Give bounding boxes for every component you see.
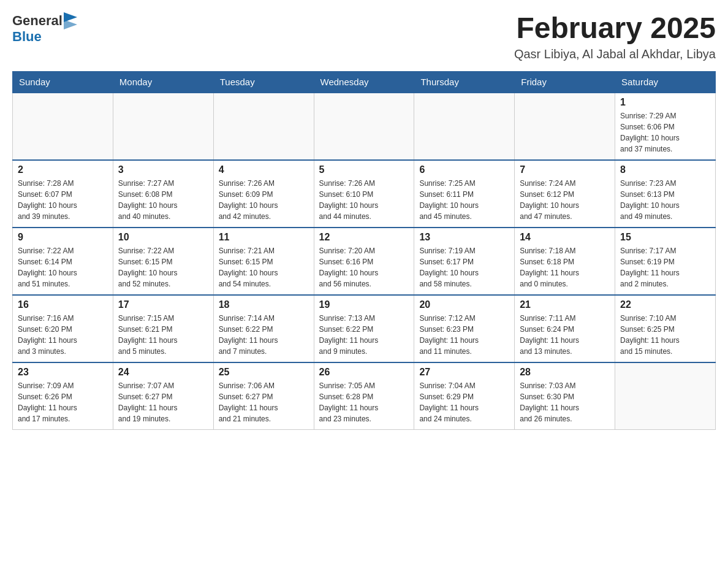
calendar-cell: 10Sunrise: 7:22 AM Sunset: 6:15 PM Dayli… — [113, 228, 213, 295]
day-info: Sunrise: 7:20 AM Sunset: 6:16 PM Dayligh… — [319, 245, 409, 289]
calendar-cell: 1Sunrise: 7:29 AM Sunset: 6:06 PM Daylig… — [615, 93, 716, 160]
day-info: Sunrise: 7:10 AM Sunset: 6:25 PM Dayligh… — [620, 313, 710, 357]
calendar-header-saturday: Saturday — [615, 71, 716, 93]
calendar-cell: 14Sunrise: 7:18 AM Sunset: 6:18 PM Dayli… — [515, 228, 615, 295]
day-number: 23 — [18, 367, 108, 378]
calendar-cell: 19Sunrise: 7:13 AM Sunset: 6:22 PM Dayli… — [314, 295, 414, 362]
calendar-cell: 21Sunrise: 7:11 AM Sunset: 6:24 PM Dayli… — [515, 295, 615, 362]
day-info: Sunrise: 7:09 AM Sunset: 6:26 PM Dayligh… — [18, 380, 108, 424]
day-info: Sunrise: 7:04 AM Sunset: 6:29 PM Dayligh… — [419, 380, 509, 424]
day-number: 18 — [219, 299, 309, 310]
calendar-header-tuesday: Tuesday — [213, 71, 314, 93]
day-number: 7 — [520, 164, 610, 175]
calendar-week-row-2: 2Sunrise: 7:28 AM Sunset: 6:07 PM Daylig… — [13, 160, 716, 228]
day-info: Sunrise: 7:29 AM Sunset: 6:06 PM Dayligh… — [620, 110, 710, 155]
calendar-cell: 11Sunrise: 7:21 AM Sunset: 6:15 PM Dayli… — [213, 228, 314, 295]
calendar-cell — [615, 362, 716, 430]
calendar-cell: 8Sunrise: 7:23 AM Sunset: 6:13 PM Daylig… — [615, 160, 716, 228]
calendar-cell: 23Sunrise: 7:09 AM Sunset: 6:26 PM Dayli… — [13, 362, 113, 430]
title-block: February 2025 Qasr Libiya, Al Jabal al A… — [514, 12, 716, 61]
svg-marker-1 — [64, 20, 77, 29]
day-info: Sunrise: 7:17 AM Sunset: 6:19 PM Dayligh… — [620, 245, 710, 289]
day-number: 8 — [620, 164, 710, 175]
day-number: 16 — [18, 299, 108, 310]
day-info: Sunrise: 7:15 AM Sunset: 6:21 PM Dayligh… — [118, 313, 208, 357]
day-number: 15 — [620, 232, 710, 243]
calendar-cell: 12Sunrise: 7:20 AM Sunset: 6:16 PM Dayli… — [314, 228, 414, 295]
day-info: Sunrise: 7:18 AM Sunset: 6:18 PM Dayligh… — [520, 245, 610, 289]
day-info: Sunrise: 7:28 AM Sunset: 6:07 PM Dayligh… — [18, 178, 108, 222]
calendar-cell: 24Sunrise: 7:07 AM Sunset: 6:27 PM Dayli… — [113, 362, 213, 430]
calendar-cell: 2Sunrise: 7:28 AM Sunset: 6:07 PM Daylig… — [13, 160, 113, 228]
day-number: 24 — [118, 367, 208, 378]
calendar-header-monday: Monday — [113, 71, 213, 93]
day-number: 1 — [620, 97, 710, 108]
calendar-cell: 18Sunrise: 7:14 AM Sunset: 6:22 PM Dayli… — [213, 295, 314, 362]
day-number: 11 — [219, 232, 309, 243]
calendar-table: SundayMondayTuesdayWednesdayThursdayFrid… — [12, 71, 716, 431]
logo-flag-icon — [64, 12, 80, 29]
day-info: Sunrise: 7:21 AM Sunset: 6:15 PM Dayligh… — [219, 245, 309, 289]
logo-blue-text: Blue — [12, 29, 42, 44]
day-info: Sunrise: 7:03 AM Sunset: 6:30 PM Dayligh… — [520, 380, 610, 424]
day-number: 4 — [219, 164, 309, 175]
day-info: Sunrise: 7:14 AM Sunset: 6:22 PM Dayligh… — [219, 313, 309, 357]
calendar-week-row-3: 9Sunrise: 7:22 AM Sunset: 6:14 PM Daylig… — [13, 228, 716, 295]
month-title: February 2025 — [514, 12, 716, 45]
day-number: 9 — [18, 232, 108, 243]
calendar-cell — [314, 93, 414, 160]
day-number: 28 — [520, 367, 610, 378]
calendar-header-friday: Friday — [515, 71, 615, 93]
calendar-cell: 7Sunrise: 7:24 AM Sunset: 6:12 PM Daylig… — [515, 160, 615, 228]
calendar-cell: 25Sunrise: 7:06 AM Sunset: 6:27 PM Dayli… — [213, 362, 314, 430]
day-info: Sunrise: 7:07 AM Sunset: 6:27 PM Dayligh… — [118, 380, 208, 424]
day-number: 3 — [118, 164, 208, 175]
calendar-cell: 15Sunrise: 7:17 AM Sunset: 6:19 PM Dayli… — [615, 228, 716, 295]
logo-general-text: General — [12, 13, 63, 28]
day-number: 17 — [118, 299, 208, 310]
day-info: Sunrise: 7:22 AM Sunset: 6:14 PM Dayligh… — [18, 245, 108, 289]
day-number: 22 — [620, 299, 710, 310]
day-info: Sunrise: 7:27 AM Sunset: 6:08 PM Dayligh… — [118, 178, 208, 222]
page-header: General Blue February 2025 Qasr Libiya, … — [12, 12, 716, 61]
calendar-week-row-5: 23Sunrise: 7:09 AM Sunset: 6:26 PM Dayli… — [13, 362, 716, 430]
calendar-header-row: SundayMondayTuesdayWednesdayThursdayFrid… — [13, 71, 716, 93]
day-info: Sunrise: 7:05 AM Sunset: 6:28 PM Dayligh… — [319, 380, 409, 424]
day-number: 12 — [319, 232, 409, 243]
day-number: 13 — [419, 232, 509, 243]
calendar-cell — [113, 93, 213, 160]
day-number: 6 — [419, 164, 509, 175]
day-info: Sunrise: 7:13 AM Sunset: 6:22 PM Dayligh… — [319, 313, 409, 357]
day-info: Sunrise: 7:26 AM Sunset: 6:09 PM Dayligh… — [219, 178, 309, 222]
location-subtitle: Qasr Libiya, Al Jabal al Akhdar, Libya — [514, 47, 716, 61]
calendar-cell: 26Sunrise: 7:05 AM Sunset: 6:28 PM Dayli… — [314, 362, 414, 430]
calendar-week-row-1: 1Sunrise: 7:29 AM Sunset: 6:06 PM Daylig… — [13, 93, 716, 160]
calendar-cell: 4Sunrise: 7:26 AM Sunset: 6:09 PM Daylig… — [213, 160, 314, 228]
calendar-cell: 27Sunrise: 7:04 AM Sunset: 6:29 PM Dayli… — [414, 362, 515, 430]
day-info: Sunrise: 7:23 AM Sunset: 6:13 PM Dayligh… — [620, 178, 710, 222]
calendar-cell: 6Sunrise: 7:25 AM Sunset: 6:11 PM Daylig… — [414, 160, 515, 228]
calendar-cell — [515, 93, 615, 160]
day-info: Sunrise: 7:24 AM Sunset: 6:12 PM Dayligh… — [520, 178, 610, 222]
calendar-cell: 16Sunrise: 7:16 AM Sunset: 6:20 PM Dayli… — [13, 295, 113, 362]
day-info: Sunrise: 7:26 AM Sunset: 6:10 PM Dayligh… — [319, 178, 409, 222]
calendar-week-row-4: 16Sunrise: 7:16 AM Sunset: 6:20 PM Dayli… — [13, 295, 716, 362]
calendar-cell — [13, 93, 113, 160]
calendar-cell: 3Sunrise: 7:27 AM Sunset: 6:08 PM Daylig… — [113, 160, 213, 228]
day-number: 25 — [219, 367, 309, 378]
day-number: 27 — [419, 367, 509, 378]
calendar-cell: 13Sunrise: 7:19 AM Sunset: 6:17 PM Dayli… — [414, 228, 515, 295]
day-info: Sunrise: 7:19 AM Sunset: 6:17 PM Dayligh… — [419, 245, 509, 289]
day-number: 10 — [118, 232, 208, 243]
day-number: 19 — [319, 299, 409, 310]
calendar-cell: 22Sunrise: 7:10 AM Sunset: 6:25 PM Dayli… — [615, 295, 716, 362]
calendar-header-thursday: Thursday — [414, 71, 515, 93]
calendar-header-sunday: Sunday — [13, 71, 113, 93]
day-number: 26 — [319, 367, 409, 378]
day-info: Sunrise: 7:12 AM Sunset: 6:23 PM Dayligh… — [419, 313, 509, 357]
calendar-cell: 17Sunrise: 7:15 AM Sunset: 6:21 PM Dayli… — [113, 295, 213, 362]
day-info: Sunrise: 7:06 AM Sunset: 6:27 PM Dayligh… — [219, 380, 309, 424]
day-info: Sunrise: 7:11 AM Sunset: 6:24 PM Dayligh… — [520, 313, 610, 357]
logo: General Blue — [12, 12, 80, 44]
day-number: 20 — [419, 299, 509, 310]
